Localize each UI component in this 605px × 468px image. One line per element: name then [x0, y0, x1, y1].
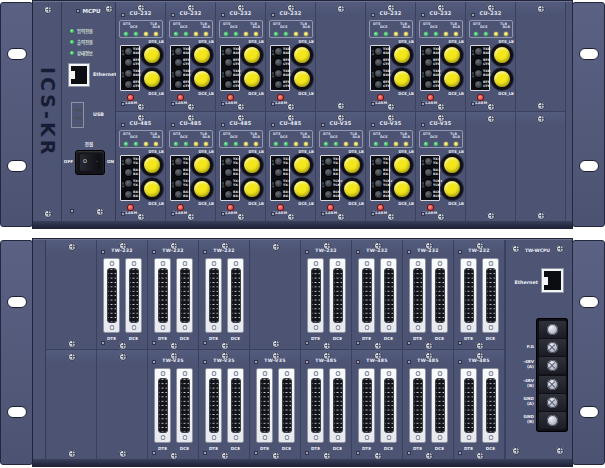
dce-port[interactable]: [227, 258, 244, 333]
top-chassis: ICS-KR MCPU 입력전원 출력전원: [32, 0, 573, 229]
dce-loopback-button[interactable]: [491, 68, 513, 90]
module-title: TW-232: [148, 248, 198, 253]
dce-loopback-label: DCE_LB: [298, 201, 314, 206]
mounting-hole: [7, 48, 27, 60]
dce-loopback-button[interactable]: [391, 68, 413, 90]
dce-loopback-button[interactable]: [141, 178, 163, 200]
signal-terminal-block[interactable]: DTEDCETXDRXDRTSCTSTXDRXDRTSCTS: [220, 45, 240, 91]
dce-port[interactable]: [278, 368, 295, 443]
dte-port[interactable]: [358, 258, 375, 333]
signal-terminal-block[interactable]: DTEDCETX+TX-RX+RX-TCK+TCK-RCK+RCK-: [420, 155, 440, 201]
dce-port[interactable]: [482, 368, 499, 443]
dte-port[interactable]: [460, 258, 477, 333]
dce-loopback-button[interactable]: [441, 178, 463, 200]
dce-loopback-button[interactable]: [341, 178, 363, 200]
dte-port[interactable]: [307, 368, 324, 443]
dte-port[interactable]: [307, 258, 324, 333]
dce-side-label: DCE: [371, 182, 374, 188]
dte-loopback-button[interactable]: [191, 44, 213, 66]
dte-port[interactable]: [205, 258, 222, 333]
dce-port[interactable]: [176, 368, 193, 443]
usb-port[interactable]: [71, 102, 84, 128]
signal-terminal-block[interactable]: DTEDCETX+TX-RX+RX-TX+TX-RX+RX-: [170, 155, 190, 201]
dce-port[interactable]: [329, 368, 346, 443]
power-out-led: [70, 40, 74, 44]
signal-terminal-block[interactable]: DTEDCETXDRXDRTSCTSTXDRXDRTSCTS: [420, 45, 440, 91]
status-led: [374, 32, 378, 36]
dte-loopback-button[interactable]: [391, 44, 413, 66]
dce-port[interactable]: [431, 368, 448, 443]
signal-terminal-block[interactable]: DTEDCETX+TX-RX+RX-TX+TX-RX+RX-: [120, 155, 140, 201]
dte-loopback-button[interactable]: [141, 154, 163, 176]
dte-port[interactable]: [409, 258, 426, 333]
dce-loopback-button[interactable]: [291, 178, 313, 200]
dce-loopback-label: DCE_LB: [298, 91, 314, 96]
dte-loopback-button[interactable]: [441, 44, 463, 66]
port-label: DTE: [358, 336, 375, 341]
dce-port[interactable]: [482, 258, 499, 333]
rj45-clip: [71, 71, 75, 79]
dce-port[interactable]: [329, 258, 346, 333]
blank-slot: [516, 112, 566, 222]
dte-port[interactable]: [460, 368, 477, 443]
module-title: TW-232: [97, 248, 147, 253]
dte-port[interactable]: [154, 368, 171, 443]
dce-loopback-button[interactable]: [191, 68, 213, 90]
signal-terminal-block[interactable]: DTEDCETXDRXDRTSCTSTXDRXDRTSCTS: [120, 45, 140, 91]
dte-loopback-button[interactable]: [191, 154, 213, 176]
dce-loopback-button[interactable]: [391, 178, 413, 200]
screw: [68, 450, 76, 458]
power-switch[interactable]: O –: [75, 150, 105, 175]
signal-terminal-block[interactable]: DTEDCETX+TX-RX+RX-TCK+TCK-RCK+RCK-: [320, 155, 340, 201]
dte-loopback-button[interactable]: [491, 44, 513, 66]
dte-port[interactable]: [409, 368, 426, 443]
status-led: [174, 142, 178, 146]
dte-loopback-button[interactable]: [241, 154, 263, 176]
dte-loopback-button[interactable]: [241, 44, 263, 66]
dce-loopback-button[interactable]: [441, 68, 463, 90]
led-panel: DTETLBDCEDLB: [269, 20, 313, 38]
signal-terminal-block[interactable]: DTEDCETX+TX-RX+RX-TX+TX-RX+RX-: [270, 155, 290, 201]
signal-terminal-block[interactable]: DTEDCETX+TX-RX+RX-TX+TX-RX+RX-: [220, 155, 240, 201]
signal-terminal-block[interactable]: DTEDCETXDRXDRTSCTSTXDRXDRTSCTS: [370, 45, 390, 91]
ethernet-port[interactable]: [68, 63, 90, 87]
square-screw: [152, 451, 156, 455]
dte-port[interactable]: [358, 368, 375, 443]
status-led: [354, 142, 358, 146]
dce-loopback-button[interactable]: [241, 178, 263, 200]
power-label: 전원: [70, 141, 108, 147]
dce-loopback-button[interactable]: [291, 68, 313, 90]
signal-terminal-block[interactable]: DTEDCETXDRXDRTSCTSTXDRXDRTSCTS: [270, 45, 290, 91]
dce-loopback-button[interactable]: [141, 68, 163, 90]
signal-terminal-block[interactable]: DTEDCETXDRXDRTSCTSTXDRXDRTSCTS: [470, 45, 490, 91]
dte-port[interactable]: [205, 368, 222, 443]
dte-side-label: DTE: [221, 160, 224, 166]
dte-port[interactable]: [154, 258, 171, 333]
signal-terminal-block[interactable]: DTEDCETXDRXDRTSCTSTXDRXDRTSCTS: [170, 45, 190, 91]
dce-port[interactable]: [380, 368, 397, 443]
signal-terminal-block[interactable]: DTEDCETX+TX-RX+RX-TCK+TCK-RCK+RCK-: [370, 155, 390, 201]
dte-port[interactable]: [256, 368, 273, 443]
status-led: [434, 32, 438, 36]
dte-loopback-button[interactable]: [141, 44, 163, 66]
dte-port[interactable]: [103, 258, 120, 333]
dte-loopback-button[interactable]: [341, 154, 363, 176]
signal-label: RX+RX-: [183, 169, 191, 176]
dce-port[interactable]: [380, 258, 397, 333]
dte-loopback-button[interactable]: [291, 154, 313, 176]
dte-loopback-button[interactable]: [391, 154, 413, 176]
signal-label: TXDRXD: [483, 48, 491, 55]
dce-port[interactable]: [176, 258, 193, 333]
dce-loopback-button[interactable]: [191, 178, 213, 200]
dce-port[interactable]: [125, 258, 142, 333]
dte-loopback-button[interactable]: [441, 154, 463, 176]
dce-port[interactable]: [431, 258, 448, 333]
dte-loopback-button[interactable]: [291, 44, 313, 66]
module-title: CU-485: [166, 120, 215, 126]
module-title: TW-485: [352, 358, 402, 363]
ethernet-port[interactable]: [541, 268, 564, 293]
dce-port[interactable]: [227, 368, 244, 443]
dce-loopback-button[interactable]: [241, 68, 263, 90]
led-row: [370, 140, 412, 146]
led-row: [220, 140, 262, 146]
